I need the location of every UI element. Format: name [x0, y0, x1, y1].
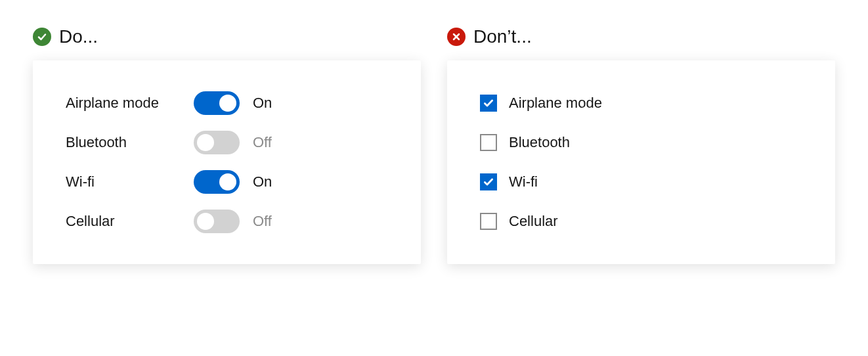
checkbox-wifi[interactable]: [480, 173, 497, 190]
dont-card: Airplane mode Bluetooth Wi-fi Cellular: [447, 60, 835, 264]
check-circle-icon: [33, 28, 51, 46]
toggle-knob: [219, 173, 236, 190]
toggle-wifi[interactable]: [194, 170, 240, 194]
state-label: Off: [253, 213, 272, 230]
dont-heading: Don’t...: [473, 26, 532, 47]
state-label: On: [253, 173, 272, 190]
setting-row-bluetooth: Bluetooth Off: [66, 123, 388, 162]
checkbox-bluetooth[interactable]: [480, 134, 497, 151]
do-heading: Do...: [59, 26, 98, 47]
toggle-cellular[interactable]: [194, 210, 240, 233]
dont-column: Don’t... Airplane mode Bluetooth Wi-fi C…: [447, 26, 835, 264]
checkbox-label: Wi-fi: [509, 173, 538, 190]
toggle-knob: [219, 95, 236, 112]
checkbox-row-cellular: Cellular: [480, 202, 802, 241]
setting-label: Airplane mode: [66, 95, 194, 112]
checkbox-label: Airplane mode: [509, 95, 602, 112]
toggle-knob: [197, 213, 214, 230]
setting-label: Bluetooth: [66, 134, 194, 151]
toggle-bluetooth[interactable]: [194, 131, 240, 154]
dont-header: Don’t...: [447, 26, 835, 47]
setting-row-airplane: Airplane mode On: [66, 83, 388, 123]
checkbox-row-airplane: Airplane mode: [480, 83, 802, 123]
x-circle-icon: [447, 28, 466, 46]
setting-row-cellular: Cellular Off: [66, 202, 388, 241]
checkbox-label: Cellular: [509, 213, 558, 230]
toggle-knob: [197, 134, 214, 151]
setting-label: Wi-fi: [66, 173, 194, 190]
checkbox-row-bluetooth: Bluetooth: [480, 123, 802, 162]
checkbox-label: Bluetooth: [509, 134, 570, 151]
checkbox-airplane[interactable]: [480, 95, 497, 112]
do-card: Airplane mode On Bluetooth Off Wi-fi On …: [33, 60, 421, 264]
do-column: Do... Airplane mode On Bluetooth Off Wi-…: [33, 26, 421, 264]
setting-row-wifi: Wi-fi On: [66, 162, 388, 202]
state-label: Off: [253, 134, 272, 151]
checkbox-cellular[interactable]: [480, 213, 497, 230]
toggle-airplane[interactable]: [194, 91, 240, 115]
do-header: Do...: [33, 26, 421, 47]
checkbox-row-wifi: Wi-fi: [480, 162, 802, 202]
state-label: On: [253, 95, 272, 112]
setting-label: Cellular: [66, 213, 194, 230]
